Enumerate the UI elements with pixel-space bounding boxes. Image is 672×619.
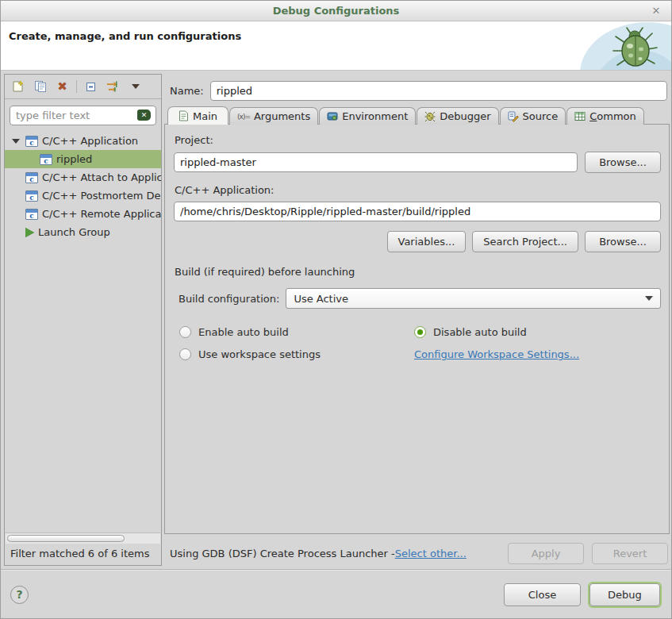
debug-configurations-dialog: Debug Configurations ✕ Create, manage, a…	[0, 0, 672, 619]
launcher-row: Using GDB (DSF) Create Process Launcher …	[164, 534, 670, 566]
browse-project-button[interactable]: Browse...	[585, 152, 661, 173]
duplicate-configuration-icon[interactable]	[33, 80, 47, 94]
table-icon	[574, 111, 586, 121]
apply-button[interactable]: Apply	[508, 543, 584, 564]
tab-label: Main	[193, 110, 217, 122]
tab-arguments[interactable]: (x)= Arguments	[229, 107, 318, 125]
filter-status-text: Filter matched 6 of 6 items	[5, 544, 161, 565]
environment-icon	[327, 111, 338, 121]
launch-group-icon	[25, 228, 34, 237]
footer-bar: ? Close Debug	[1, 571, 671, 618]
tree-item-label: Launch Group	[38, 226, 110, 238]
banner-heading: Create, manage, and run configurations	[1, 21, 671, 42]
variables-button[interactable]: Variables...	[387, 231, 467, 252]
collapse-all-icon[interactable]	[84, 80, 98, 94]
build-section-label: Build (if required) before launching	[175, 266, 661, 278]
source-icon	[508, 111, 519, 122]
tree-item-cpp-postmortem[interactable]: c C/C++ Postmortem Debugger	[5, 186, 161, 205]
debug-bug-icon	[609, 25, 659, 70]
debugger-icon	[424, 111, 436, 122]
toolbar-separator	[76, 80, 77, 93]
editor-tabs: Main (x)= Arguments Environment	[164, 106, 670, 125]
radio-disable-auto-build[interactable]: Disable auto build	[414, 326, 661, 338]
project-input[interactable]	[174, 152, 578, 172]
view-menu-icon[interactable]	[129, 80, 142, 94]
tab-common[interactable]: Common	[566, 107, 644, 125]
tab-label: Environment	[342, 110, 408, 122]
project-label: Project:	[175, 134, 661, 146]
close-window-icon[interactable]: ✕	[649, 4, 663, 18]
radio-enable-auto-build[interactable]: Enable auto build	[179, 326, 414, 338]
sidebar-toolbar: ✖	[5, 75, 161, 99]
build-config-label: Build configuration:	[179, 293, 279, 305]
tree-item-label: C/C++ Attach to Application	[42, 171, 161, 183]
name-row: Name:	[164, 74, 670, 106]
header-banner: Create, manage, and run configurations	[1, 21, 671, 71]
filter-configurations-icon[interactable]	[106, 80, 120, 94]
search-project-button[interactable]: Search Project...	[472, 231, 578, 252]
tree-item-label: C/C++ Application	[42, 135, 138, 147]
default-button-ring: Debug	[588, 582, 662, 608]
radio-label: Enable auto build	[198, 326, 289, 338]
tree-item-label: C/C++ Postmortem Debugger	[42, 190, 161, 202]
c-application-icon: c	[25, 209, 38, 220]
tree-item-launch-group[interactable]: Launch Group	[5, 223, 161, 241]
document-icon	[179, 110, 189, 121]
tree-item-label: rippled	[56, 153, 92, 165]
configuration-editor: Name: Main (x)= Arguments	[164, 74, 670, 566]
chevron-down-icon	[645, 296, 653, 301]
close-button[interactable]: Close	[504, 583, 581, 606]
arguments-icon: (x)=	[237, 113, 250, 121]
radio-icon[interactable]	[179, 326, 191, 338]
configure-workspace-settings-link[interactable]: Configure Workspace Settings...	[414, 348, 661, 360]
delete-configuration-icon[interactable]: ✖	[56, 80, 69, 94]
c-application-icon: c	[25, 172, 38, 183]
filter-row: ✕	[5, 99, 161, 129]
launcher-text: Using GDB (DSF) Create Process Launcher …	[170, 548, 395, 559]
application-label: C/C++ Application:	[175, 184, 661, 196]
radio-use-workspace-settings[interactable]: Use workspace settings	[179, 348, 414, 360]
expander-icon[interactable]	[10, 139, 21, 144]
name-label: Name:	[170, 85, 204, 97]
c-application-icon: c	[25, 136, 38, 147]
tree-item-rippled[interactable]: c rippled	[5, 150, 161, 168]
main-tab-content: Project: Browse... C/C++ Application: Va…	[164, 124, 670, 534]
debug-button[interactable]: Debug	[589, 583, 660, 606]
new-configuration-icon[interactable]	[11, 80, 25, 94]
tab-source[interactable]: Source	[500, 107, 566, 125]
tab-label: Common	[589, 110, 636, 122]
build-config-select[interactable]: Use Active	[286, 288, 661, 309]
application-input[interactable]	[174, 202, 661, 221]
tree-item-label: C/C++ Remote Application	[42, 208, 161, 220]
tree-item-cpp-attach[interactable]: c C/C++ Attach to Application	[5, 168, 161, 186]
c-application-icon: c	[25, 190, 38, 202]
revert-button[interactable]: Revert	[592, 543, 668, 564]
build-config-value: Use Active	[294, 293, 348, 305]
radio-icon[interactable]	[179, 348, 191, 360]
tab-label: Arguments	[254, 110, 310, 122]
configurations-sidebar: ✖ ✕	[4, 74, 162, 566]
filter-input[interactable]	[10, 106, 156, 125]
radio-label: Use workspace settings	[198, 348, 321, 360]
tab-label: Source	[523, 110, 559, 122]
configurations-tree: c C/C++ Application c rippled c C/C++ At…	[5, 129, 161, 532]
tab-environment[interactable]: Environment	[319, 107, 416, 125]
tab-label: Debugger	[440, 110, 490, 122]
tree-horizontal-scrollbar[interactable]	[6, 532, 160, 544]
help-icon[interactable]: ?	[10, 586, 29, 604]
tree-item-cpp-remote[interactable]: c C/C++ Remote Application	[5, 205, 161, 223]
tab-debugger[interactable]: Debugger	[417, 107, 498, 125]
tree-item-cpp-application[interactable]: c C/C++ Application	[5, 132, 161, 150]
radio-label: Disable auto build	[433, 326, 527, 338]
c-application-icon: c	[40, 154, 52, 165]
select-other-launcher-link[interactable]: Select other...	[395, 548, 467, 559]
scrollbar-thumb[interactable]	[7, 535, 125, 542]
clear-filter-icon[interactable]: ✕	[137, 110, 151, 121]
radio-selected-icon[interactable]	[414, 326, 426, 338]
browse-application-button[interactable]: Browse...	[585, 231, 661, 252]
name-input[interactable]	[210, 81, 667, 101]
titlebar[interactable]: Debug Configurations ✕	[1, 1, 671, 21]
window-title: Debug Configurations	[273, 5, 400, 17]
tab-main[interactable]: Main	[167, 106, 228, 125]
